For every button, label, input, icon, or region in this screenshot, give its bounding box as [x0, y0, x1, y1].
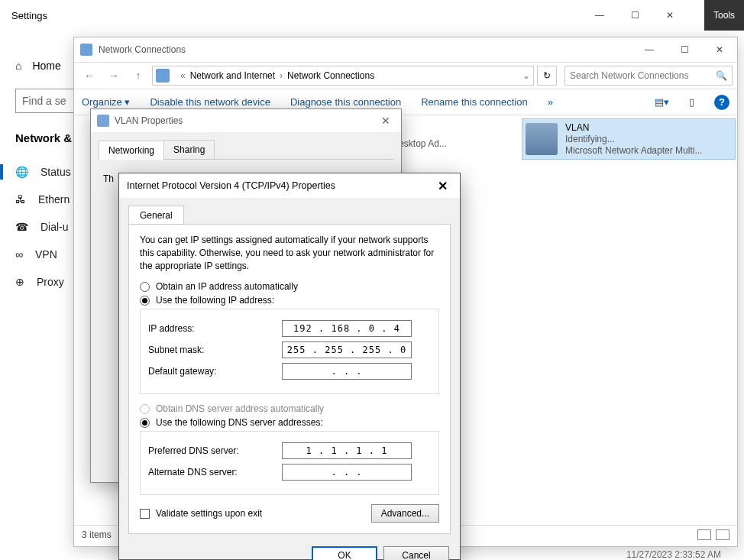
back-arrow-icon[interactable]: ←: [79, 65, 100, 86]
radio-use-ip[interactable]: Use the following IP address:: [140, 295, 439, 306]
preferred-dns-input[interactable]: 1 . 1 . 1 . 1: [282, 442, 412, 459]
vlan-tabs: Networking Sharing: [99, 140, 393, 160]
ipv4-close-button[interactable]: ✕: [433, 179, 452, 193]
explorer-minimize-button[interactable]: —: [632, 37, 667, 62]
adapter-name: VLAN: [565, 122, 702, 134]
dns-field-group: Preferred DNS server: 1 . 1 . 1 . 1 Alte…: [140, 431, 439, 495]
toolbar-overflow[interactable]: »: [548, 96, 553, 108]
ipv4-general-panel: You can get IP settings assigned automat…: [128, 224, 451, 534]
search-icon: 🔍: [716, 70, 727, 81]
ip-field-group: IP address: 192 . 168 . 0 . 4 Subnet mas…: [140, 309, 439, 394]
dialog-buttons: OK Cancel: [119, 542, 460, 560]
nav-dialup-label: Dial-u: [40, 221, 69, 233]
close-button[interactable]: ✕: [652, 3, 687, 28]
settings-title: Settings: [11, 10, 47, 21]
radio-use-ip-label: Use the following IP address:: [156, 295, 274, 306]
tab-general[interactable]: General: [128, 206, 184, 224]
search-box[interactable]: Search Network Connections 🔍: [564, 66, 733, 86]
disable-device-button[interactable]: Disable this network device: [150, 96, 270, 108]
radio-use-dns[interactable]: Use the following DNS server addresses:: [140, 417, 439, 428]
adapter-driver: Microsoft Network Adapter Multi...: [565, 145, 702, 157]
vlan-dialog-title: VLAN Properties: [115, 115, 183, 126]
refresh-button[interactable]: ↻: [537, 66, 557, 86]
item-count: 3 items: [82, 529, 112, 540]
ipv4-properties-dialog: Internet Protocol Version 4 (TCP/IPv4) P…: [118, 173, 461, 560]
home-label: Home: [32, 60, 60, 72]
ip-address-label: IP address:: [148, 323, 282, 334]
subnet-mask-input[interactable]: 255 . 255 . 255 . 0: [282, 342, 412, 358]
tab-sharing[interactable]: Sharing: [163, 140, 215, 159]
validate-settings-label: Validate settings upon exit: [156, 508, 262, 519]
default-gateway-label: Default gateway:: [148, 366, 282, 377]
nav-proxy-label: Proxy: [37, 276, 64, 288]
adapter-icon: [526, 123, 558, 155]
maximize-button[interactable]: ☐: [617, 3, 652, 28]
explorer-window-icon: [80, 44, 92, 56]
status-icon: 🌐: [15, 166, 28, 178]
validate-settings-checkbox[interactable]: Validate settings upon exit: [140, 508, 262, 519]
cancel-button[interactable]: Cancel: [383, 546, 449, 560]
explorer-close-button[interactable]: ✕: [702, 37, 737, 62]
vlan-dialog-icon: [97, 115, 109, 127]
rename-connection-button[interactable]: Rename this connection: [421, 96, 527, 108]
diagnose-connection-button[interactable]: Diagnose this connection: [290, 96, 401, 108]
default-gateway-input[interactable]: . . .: [282, 363, 412, 380]
tiles-view-icon[interactable]: [716, 529, 729, 540]
advanced-button[interactable]: Advanced...: [371, 504, 439, 523]
vpn-icon: ∞: [15, 248, 23, 261]
ethernet-icon: 🖧: [15, 193, 26, 206]
dropdown-chevron-icon[interactable]: ⌄: [522, 70, 530, 81]
radio-icon: [140, 282, 150, 292]
tools-label: Tools: [713, 10, 735, 21]
ip-address-input[interactable]: 192 . 168 . 0 . 4: [282, 320, 412, 337]
nav-ethernet-label: Ethern: [38, 193, 70, 206]
forward-arrow-icon[interactable]: →: [103, 65, 125, 86]
details-view-icon[interactable]: [697, 529, 711, 540]
radio-obtain-ip[interactable]: Obtain an IP address automatically: [140, 281, 439, 292]
breadcrumb-prefix: «: [180, 70, 186, 81]
preferred-dns-label: Preferred DNS server:: [148, 445, 282, 456]
find-setting-placeholder: Find a se: [22, 95, 66, 107]
explorer-address-bar: ← → ↑ « Network and Internet › Network C…: [74, 62, 737, 89]
view-options-icon[interactable]: ▤▾: [655, 96, 669, 108]
search-placeholder: Search Network Connections: [570, 70, 688, 81]
radio-icon: [140, 418, 150, 428]
organize-menu[interactable]: Organize ▾: [82, 96, 130, 108]
up-arrow-icon[interactable]: ↑: [128, 65, 149, 86]
settings-titlebar: Settings — ☐ ✕: [0, 0, 687, 31]
adapter-tile-vlan[interactable]: VLAN Identifying... Microsoft Network Ad…: [522, 118, 736, 160]
subnet-mask-label: Subnet mask:: [148, 345, 282, 355]
tab-networking[interactable]: Networking: [99, 141, 164, 160]
radio-obtain-dns-label: Obtain DNS server address automatically: [156, 403, 324, 414]
ipv4-description: You can get IP settings assigned automat…: [140, 234, 439, 272]
explorer-maximize-button[interactable]: ☐: [667, 37, 702, 62]
timestamp-snippet: 11/27/2023 2:33:52 AM: [626, 549, 721, 560]
ipv4-titlebar: Internet Protocol Version 4 (TCP/IPv4) P…: [119, 173, 460, 198]
checkbox-icon: [140, 509, 150, 519]
explorer-window-title: Network Connections: [99, 44, 186, 55]
minimize-button[interactable]: —: [582, 3, 617, 28]
radio-obtain-dns: Obtain DNS server address automatically: [140, 403, 439, 414]
preview-pane-icon[interactable]: ▯: [689, 96, 694, 108]
ipv4-dialog-title: Internet Protocol Version 4 (TCP/IPv4) P…: [127, 180, 335, 191]
home-icon: ⌂: [15, 60, 21, 72]
explorer-titlebar: Network Connections — ☐ ✕: [74, 37, 737, 62]
chevron-right-icon: ›: [280, 70, 283, 81]
radio-obtain-ip-label: Obtain an IP address automatically: [156, 281, 298, 292]
adapter-status: Identifying...: [565, 134, 702, 145]
radio-icon: [140, 404, 150, 414]
radio-use-dns-label: Use the following DNS server addresses:: [156, 417, 323, 428]
vlan-titlebar: VLAN Properties ✕: [91, 109, 401, 132]
vlan-close-button[interactable]: ✕: [377, 115, 395, 127]
alternate-dns-input[interactable]: . . .: [282, 464, 412, 481]
address-box[interactable]: « Network and Internet › Network Connect…: [152, 66, 534, 86]
address-icon: [156, 69, 170, 83]
tools-panel[interactable]: Tools: [704, 0, 744, 31]
breadcrumb-net-internet[interactable]: Network and Internet: [190, 70, 275, 81]
nav-vpn-label: VPN: [35, 248, 57, 261]
help-icon[interactable]: ?: [714, 95, 729, 110]
ok-button[interactable]: OK: [312, 546, 377, 560]
vlan-body-snippet: Th: [103, 173, 114, 184]
dialup-icon: ☎: [15, 221, 28, 233]
breadcrumb-net-connections[interactable]: Network Connections: [287, 70, 374, 81]
